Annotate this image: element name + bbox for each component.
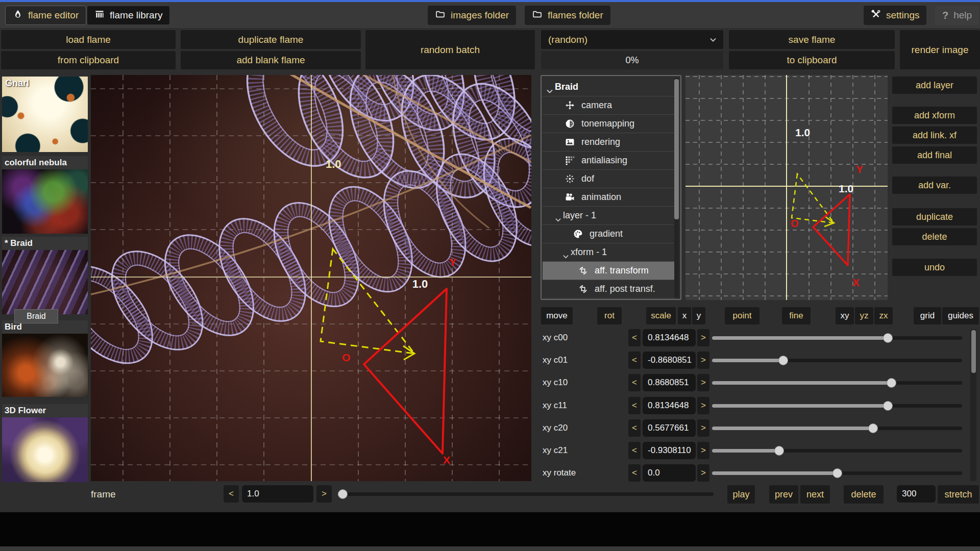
param-slider-knob[interactable]	[774, 446, 784, 456]
mode-move-button[interactable]: move	[541, 307, 573, 324]
tree-item-rendering[interactable]: rendering	[543, 133, 675, 152]
axis-y-toggle[interactable]: y	[692, 307, 705, 324]
flames-folder-button[interactable]: flames folder	[525, 6, 610, 25]
param-increment-button[interactable]: >	[697, 374, 709, 391]
settings-button[interactable]: settings	[864, 6, 926, 25]
param-slider-knob[interactable]	[778, 356, 788, 365]
mode-fine-button[interactable]: fine	[782, 307, 811, 324]
add-linked-xform-button[interactable]: add link. xf	[892, 127, 977, 144]
param-decrement-button[interactable]: <	[628, 329, 641, 346]
param-slider[interactable]	[712, 329, 962, 346]
param-slider[interactable]	[712, 374, 962, 391]
param-decrement-button[interactable]: <	[628, 442, 641, 459]
param-decrement-button[interactable]: <	[628, 352, 641, 369]
param-increment-button[interactable]: >	[697, 464, 709, 482]
library-thumbnail-bird[interactable]	[2, 334, 88, 397]
param-slider-knob[interactable]	[883, 401, 893, 411]
stretch-button[interactable]: stretch	[938, 485, 979, 504]
param-increment-button[interactable]: >	[697, 442, 709, 459]
add-final-xform-button[interactable]: add final	[892, 146, 977, 164]
add-xform-button[interactable]: add xform	[892, 107, 977, 124]
tree-scrollbar[interactable]	[674, 78, 679, 297]
params-scrollbar[interactable]	[970, 329, 976, 481]
param-increment-button[interactable]: >	[697, 419, 709, 437]
param-value-field[interactable]: 0.8680851	[643, 374, 696, 391]
param-value-field[interactable]: -0.8680851	[643, 352, 696, 369]
frame-count-field[interactable]: 300	[897, 485, 936, 503]
params-scrollbar-thumb[interactable]	[971, 330, 976, 373]
param-value-field[interactable]: -0.9308110	[643, 442, 696, 459]
undo-button[interactable]: undo	[892, 259, 977, 276]
frame-slider[interactable]	[338, 485, 714, 503]
delete-button[interactable]: delete	[892, 228, 977, 245]
images-folder-button[interactable]: images folder	[428, 6, 516, 25]
help-button[interactable]: ? help	[935, 6, 979, 25]
param-slider-knob[interactable]	[883, 333, 893, 343]
add-layer-button[interactable]: add layer	[892, 77, 977, 94]
flame-canvas[interactable]: 1.0 1.0 Y X O	[91, 75, 531, 481]
delete-frame-button[interactable]: delete	[844, 485, 884, 504]
tree-item-aff-post-transform[interactable]: aff. post transf.	[543, 280, 675, 298]
transform-editor-view[interactable]: 1.0 1.0 Y X O	[685, 75, 888, 300]
tab-flame-editor[interactable]: flame editor	[5, 6, 86, 25]
tree-item-aff-transform[interactable]: aff. transform	[543, 262, 675, 280]
prev-frame-button[interactable]: prev	[769, 485, 798, 504]
param-slider[interactable]	[712, 397, 962, 414]
plane-yz-toggle[interactable]: yz	[855, 307, 873, 324]
grid-toggle[interactable]: grid	[914, 307, 941, 324]
tree-item-camera[interactable]: camera	[543, 96, 675, 115]
frame-increment-button[interactable]: >	[316, 485, 332, 503]
duplicate-button[interactable]: duplicate	[892, 208, 977, 226]
param-value-field[interactable]: 0.0	[643, 464, 696, 482]
tree-item-xform-1[interactable]: xform - 1	[543, 243, 675, 262]
library-thumbnail-gnarl[interactable]: Gnarl	[2, 77, 88, 152]
tree-item-dof[interactable]: dof	[543, 170, 675, 188]
param-slider[interactable]	[712, 352, 962, 369]
random-batch-button[interactable]: random batch	[365, 30, 535, 69]
param-slider[interactable]	[712, 464, 962, 482]
param-decrement-button[interactable]: <	[628, 419, 641, 437]
add-blank-flame-button[interactable]: add blank flame	[181, 51, 361, 69]
frame-value-field[interactable]: 1.0	[242, 485, 313, 503]
param-decrement-button[interactable]: <	[628, 374, 641, 391]
param-value-field[interactable]: 0.8134648	[643, 329, 696, 346]
tree-scrollbar-thumb[interactable]	[674, 79, 679, 219]
param-slider-knob[interactable]	[832, 468, 842, 478]
mode-scale-button[interactable]: scale	[646, 307, 676, 324]
tree-item-gradient[interactable]: gradient	[543, 225, 675, 243]
plane-xy-toggle[interactable]: xy	[836, 307, 854, 324]
tree-item-animation[interactable]: animation	[543, 188, 675, 207]
param-increment-button[interactable]: >	[697, 352, 709, 369]
guides-toggle[interactable]: guides	[942, 307, 979, 324]
param-decrement-button[interactable]: <	[628, 397, 641, 414]
axis-x-toggle[interactable]: x	[678, 307, 691, 324]
mode-point-button[interactable]: point	[725, 307, 760, 324]
save-flame-button[interactable]: save flame	[729, 30, 895, 49]
param-increment-button[interactable]: >	[697, 329, 709, 346]
param-decrement-button[interactable]: <	[628, 464, 641, 482]
param-value-field[interactable]: 0.5677661	[643, 419, 696, 437]
add-variation-button[interactable]: add var.	[892, 177, 977, 194]
param-slider[interactable]	[712, 442, 962, 459]
mode-rotate-button[interactable]: rot	[597, 307, 622, 324]
library-thumbnail-colorful-nebula[interactable]	[2, 169, 88, 234]
tree-item-antialiasing[interactable]: antialiasing	[543, 152, 675, 170]
to-clipboard-button[interactable]: to clipboard	[729, 51, 895, 69]
param-slider-knob[interactable]	[887, 378, 896, 388]
tab-flame-library[interactable]: flame library	[87, 6, 170, 25]
duplicate-flame-button[interactable]: duplicate flame	[181, 30, 361, 49]
param-slider-knob[interactable]	[868, 423, 878, 433]
library-thumbnail-braid[interactable]	[2, 250, 88, 314]
random-style-select[interactable]: (random)	[541, 30, 723, 49]
next-frame-button[interactable]: next	[800, 485, 830, 504]
library-thumbnail-3d-flower[interactable]	[2, 417, 88, 482]
render-image-button[interactable]: render image	[900, 30, 980, 69]
plane-zx-toggle[interactable]: zx	[874, 307, 893, 324]
from-clipboard-button[interactable]: from clipboard	[1, 51, 176, 69]
load-flame-button[interactable]: load flame	[1, 30, 176, 49]
tree-item-braid[interactable]: Braid	[543, 78, 675, 96]
play-button[interactable]: play	[727, 485, 755, 504]
tree-item-layer-1[interactable]: layer - 1	[543, 207, 675, 225]
frame-slider-knob[interactable]	[338, 489, 348, 499]
param-slider[interactable]	[712, 419, 962, 437]
